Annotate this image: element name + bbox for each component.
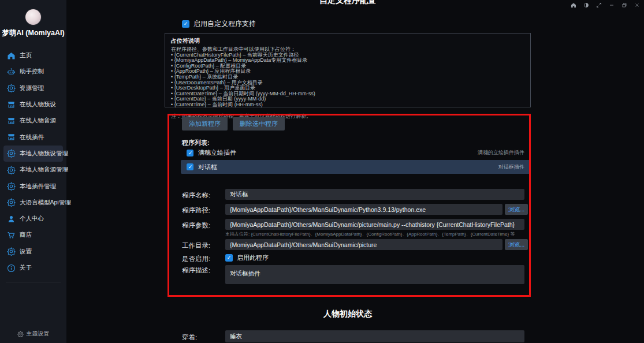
program-desc-textarea[interactable]: 对话框插件 <box>225 265 524 284</box>
program-args-hint: 支持占位符: {CurrentChatHistoryFilePath}、{Mom… <box>225 231 515 237</box>
program-name-input[interactable] <box>225 189 524 200</box>
enabled-label: 是否启用: <box>182 255 210 263</box>
sidebar-item-online-plugins[interactable]: 在线插件 <box>3 129 63 145</box>
enable-this-program-label: 启用此程序 <box>237 253 269 262</box>
enable-custom-program-checkbox[interactable] <box>182 20 189 28</box>
gear-icon <box>7 166 16 174</box>
expand-icon <box>596 2 602 8</box>
program-name-label: 程序名称: <box>182 191 210 200</box>
placeholder-info-box: 占位符说明 在程序路径、参数和工作目录中可以使用以下占位符： • {Curren… <box>165 33 531 107</box>
store-icon <box>7 117 16 125</box>
enable-this-program-row: 启用此程序 <box>225 253 269 262</box>
close-icon <box>634 2 640 8</box>
main-content: 自定义程序配置 启用自定义程序支持 占位符说明 在程序路径、参数和工作目录中可以… <box>66 0 644 343</box>
window-fullscreen-button[interactable] <box>594 1 604 9</box>
workdir-input[interactable] <box>225 239 502 250</box>
cart-icon <box>7 231 16 240</box>
sidebar-item-settings[interactable]: 设置 <box>3 244 63 260</box>
app-window: 梦萌AI (MomiyaAI) 主页 助手控制 资源管理 在线人物预设 在线人物… <box>0 0 644 343</box>
contrast-icon <box>583 2 589 8</box>
program-path-label: 程序路径: <box>182 206 210 215</box>
sidebar: 梦萌AI (MomiyaAI) 主页 助手控制 资源管理 在线人物预设 在线人物… <box>0 0 66 343</box>
info-icon <box>7 264 16 273</box>
window-home-button[interactable] <box>569 1 578 9</box>
person-icon <box>7 215 16 223</box>
program-args-label: 程序参数: <box>182 221 210 230</box>
window-restore-button[interactable] <box>620 1 629 9</box>
enable-custom-program-label: 启用自定义程序支持 <box>193 19 256 29</box>
restore-icon <box>621 2 627 8</box>
program-args-input[interactable] <box>225 219 524 230</box>
gear-icon <box>7 149 16 158</box>
sidebar-divider <box>6 282 61 282</box>
sidebar-item-online-character-voices[interactable]: 在线人物音源 <box>3 113 63 129</box>
enable-custom-program-row: 启用自定义程序支持 <box>182 19 256 29</box>
gear-icon <box>7 182 16 191</box>
section-title-custom-program: 自定义程序配置 <box>165 0 531 10</box>
program-desc-label: 程序描述: <box>182 266 210 275</box>
sidebar-item-personal-center[interactable]: 个人中心 <box>3 211 63 227</box>
sidebar-item-local-character-voice-management[interactable]: 本地人物音源管理 <box>3 162 63 178</box>
delete-program-button[interactable]: 删除选中程序 <box>233 117 285 131</box>
titlebar-controls <box>569 1 642 9</box>
program-item-checkbox[interactable] <box>187 163 193 170</box>
program-path-input[interactable] <box>225 204 502 215</box>
sidebar-nav: 主页 助手控制 资源管理 在线人物预设 在线人物音源 在线插件 本地人物预设管理… <box>0 45 66 276</box>
window-theme-contrast-button[interactable] <box>582 1 591 9</box>
section-title-character-initial-state: 人物初始状态 <box>165 309 531 319</box>
add-program-button[interactable]: 添加新程序 <box>182 117 228 131</box>
sidebar-item-local-plugin-management[interactable]: 本地插件管理 <box>3 178 63 194</box>
program-item-checkbox[interactable] <box>187 150 193 156</box>
wear-label: 穿着: <box>182 333 197 342</box>
sidebar-item-store[interactable]: 商店 <box>3 227 63 243</box>
gear-icon <box>7 198 16 207</box>
app-title: 梦萌AI (MomiyaAI) <box>0 28 66 38</box>
browse-workdir-button[interactable]: 浏览... <box>505 239 528 250</box>
avatar[interactable] <box>25 9 41 25</box>
gear-icon <box>17 331 24 337</box>
sidebar-item-online-character-presets[interactable]: 在线人物预设 <box>3 96 63 113</box>
theme-settings-button[interactable]: 主题设置 <box>0 325 66 343</box>
enable-this-program-checkbox[interactable] <box>225 254 233 262</box>
home-icon <box>571 2 576 8</box>
gear-icon <box>7 84 16 92</box>
browse-path-button[interactable]: 浏览... <box>505 204 528 215</box>
minimize-icon <box>609 2 615 8</box>
wear-input[interactable] <box>225 330 524 342</box>
sidebar-item-about[interactable]: 关于 <box>3 260 63 276</box>
sidebar-item-local-character-preset-management[interactable]: 本地人物预设管理 <box>3 146 63 162</box>
robot-icon <box>7 68 16 76</box>
store-icon <box>7 133 16 141</box>
store-icon <box>7 100 16 109</box>
workdir-label: 工作目录: <box>182 241 210 250</box>
program-list-item-mansui[interactable]: 满穗立绘插件 满穗的立绘插件插件 <box>181 146 530 159</box>
placeholder-info-title: 占位符说明 <box>171 37 524 45</box>
sidebar-item-resource-management[interactable]: 资源管理 <box>3 80 63 96</box>
home-icon <box>7 51 16 60</box>
window-close-button[interactable] <box>632 1 642 9</box>
sidebar-item-assistant-control[interactable]: 助手控制 <box>3 64 63 80</box>
placeholder-item: • {CurrentTime} – 当前时间 (HH-mm-ss) <box>171 102 524 108</box>
window-minimize-button[interactable] <box>607 1 616 9</box>
gear-icon <box>7 247 16 256</box>
program-buttons-row: 添加新程序 删除选中程序 <box>182 117 285 131</box>
sidebar-item-llm-api-management[interactable]: 大语言模型Api管理 <box>3 195 63 211</box>
sidebar-item-home[interactable]: 主页 <box>3 47 63 64</box>
program-list-item-dialog[interactable]: 对话框 对话框插件 <box>181 160 530 174</box>
